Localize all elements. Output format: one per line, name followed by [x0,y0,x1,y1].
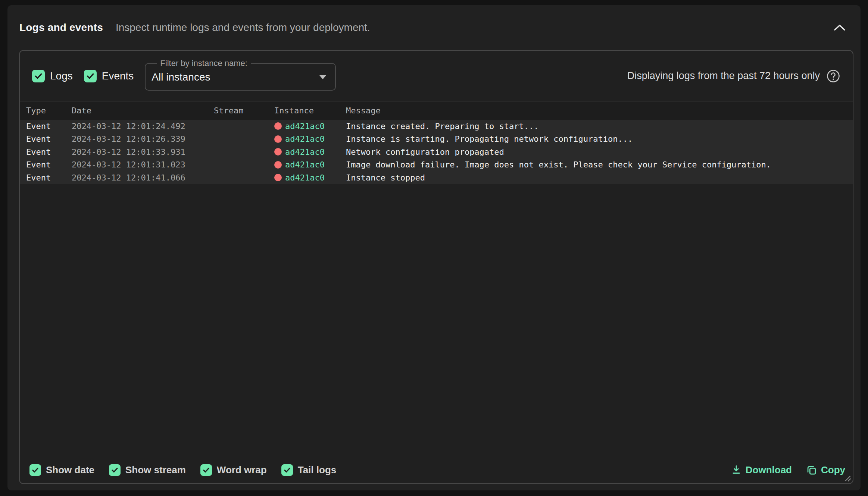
instance-name: ad421ac0 [285,134,325,144]
log-row[interactable]: Event 2024-03-12 12:01:33.931 ad421ac0 N… [20,145,853,158]
page-title: Logs and events [19,22,103,34]
instance-name: ad421ac0 [285,173,325,182]
log-date: 2024-03-12 12:01:31.023 [72,160,214,169]
show-stream-label: Show stream [125,464,186,476]
filter-bar: Logs Events Filter by instance name: All… [20,51,853,101]
instance-status-dot [274,174,282,181]
log-row[interactable]: Event 2024-03-12 12:01:26.339 ad421ac0 I… [20,133,853,146]
collapse-panel-button[interactable] [831,19,848,36]
log-type: Event [26,160,72,169]
checkbox-checked-icon[interactable] [281,464,293,476]
log-message: Image download failure. Image does not e… [346,160,853,169]
show-date-label: Show date [46,464,94,476]
log-type: Event [26,122,72,131]
instance-filter-value: All instances [152,71,210,83]
log-instance: ad421ac0 [274,134,346,144]
tail-logs-checkbox[interactable]: Tail logs [281,464,337,476]
log-message: Instance created. Preparing to start... [346,122,853,131]
retention-note-text: Displaying logs from the past 72 hours o… [627,70,820,82]
instance-status-dot [274,161,282,169]
instance-status-dot [274,135,282,143]
log-type: Event [26,147,72,157]
checkbox-checked-icon[interactable] [84,70,97,82]
log-instance: ad421ac0 [274,122,346,131]
word-wrap-label: Word wrap [217,464,267,476]
logs-and-events-card: Logs and events Inspect runtime logs and… [7,5,861,490]
log-type: Event [26,173,72,182]
instance-status-dot [274,122,282,130]
log-message: Network configuration propagated [346,147,853,157]
card-header: Logs and events Inspect runtime logs and… [7,5,861,50]
column-header-message: Message [346,106,853,115]
log-row[interactable]: Event 2024-03-12 12:01:31.023 ad421ac0 I… [20,158,853,172]
column-header-instance: Instance [274,106,346,115]
log-date: 2024-03-12 12:01:26.339 [72,134,214,144]
events-checkbox-label: Events [102,70,134,82]
log-viewer-panel: Logs Events Filter by instance name: All… [19,50,853,484]
column-header-type: Type [26,106,72,115]
logs-checkbox-label: Logs [50,70,73,82]
help-button[interactable] [826,69,841,84]
log-date: 2024-03-12 12:01:33.931 [72,147,214,157]
log-message: Instance stopped [346,173,853,182]
chevron-up-icon [834,24,846,31]
log-date: 2024-03-12 12:01:24.492 [72,122,214,131]
log-type: Event [26,134,72,144]
page-subtitle: Inspect runtime logs and events from you… [116,22,370,34]
download-icon [731,465,741,475]
log-footer: Show date Show stream Word wrap Tail log… [20,459,853,483]
instance-filter-select[interactable]: Filter by instance name: All instances [145,59,336,91]
log-row[interactable]: Event 2024-03-12 12:01:41.066 ad421ac0 I… [20,171,853,184]
copy-button[interactable]: Copy [806,464,845,476]
chevron-down-icon [319,75,327,80]
log-empty-area [20,184,853,459]
retention-note: Displaying logs from the past 72 hours o… [627,69,841,84]
show-stream-checkbox[interactable]: Show stream [109,464,186,476]
checkbox-checked-icon[interactable] [200,464,212,476]
instance-status-dot [274,148,282,156]
download-button[interactable]: Download [731,464,792,476]
question-mark-icon [826,69,840,83]
show-date-checkbox[interactable]: Show date [29,464,94,476]
log-instance: ad421ac0 [274,147,346,157]
column-header-date: Date [72,106,214,115]
resize-grip-handle[interactable] [842,473,852,482]
log-instance: ad421ac0 [274,173,346,182]
word-wrap-checkbox[interactable]: Word wrap [200,464,267,476]
checkbox-checked-icon[interactable] [109,464,121,476]
log-row[interactable]: Event 2024-03-12 12:01:24.492 ad421ac0 I… [20,120,853,133]
log-rows: Event 2024-03-12 12:01:24.492 ad421ac0 I… [20,120,853,184]
log-instance: ad421ac0 [274,160,346,169]
download-button-label: Download [746,464,792,476]
log-table-header: Type Date Stream Instance Message [20,101,853,120]
instance-filter-control[interactable]: All instances [152,70,327,83]
instance-name: ad421ac0 [285,160,325,169]
logs-checkbox[interactable]: Logs [32,70,73,82]
instance-name: ad421ac0 [285,147,325,157]
column-header-stream: Stream [214,106,274,115]
checkbox-checked-icon[interactable] [32,70,45,82]
instance-filter-label: Filter by instance name: [157,59,251,68]
log-message: Instance is starting. Propagating networ… [346,134,853,144]
copy-icon [806,465,817,475]
events-checkbox[interactable]: Events [84,70,134,82]
log-date: 2024-03-12 12:01:41.066 [72,173,214,182]
instance-name: ad421ac0 [285,122,325,131]
tail-logs-label: Tail logs [298,464,337,476]
checkbox-checked-icon[interactable] [29,464,41,476]
